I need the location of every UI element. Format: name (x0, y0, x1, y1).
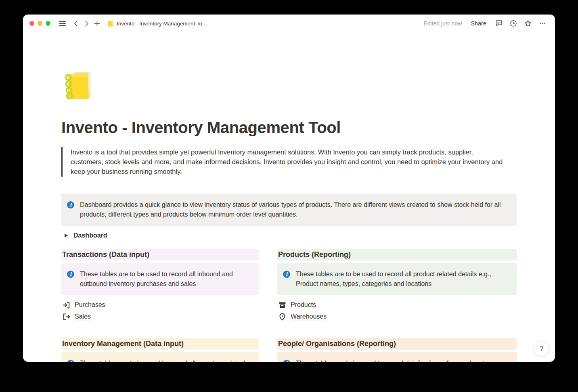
products-column: Products (Reporting) i These tables are … (277, 249, 517, 323)
dashboard-callout: i Dashboard provides a quick glance to v… (61, 194, 517, 226)
favorite-star-icon[interactable] (523, 18, 533, 29)
forward-icon[interactable] (81, 18, 92, 29)
tab-invento-page[interactable]: Invento - Inventory Management To... (107, 20, 207, 27)
products-link-label: Products (291, 301, 316, 309)
app-window: Invento - Inventory Management To... Edi… (23, 15, 555, 362)
sales-link-label: Sales (75, 313, 91, 321)
inventory-callout-text: These tables are to be used to record al… (80, 359, 252, 362)
tab-title: Invento - Inventory Management To... (117, 21, 207, 27)
intro-quote: Invento is a tool that provides simple y… (61, 147, 507, 177)
traffic-lights (29, 21, 50, 26)
people-callout-text: These tables are to be used to record de… (296, 359, 503, 362)
products-callout: i These tables are to be used to record … (277, 263, 517, 295)
products-heading: Products (Reporting) (277, 249, 517, 261)
enter-door-icon (62, 301, 71, 309)
close-window-button[interactable] (29, 21, 34, 26)
transactions-column: Transactions (Data input) i These tables… (61, 249, 259, 323)
toggle-triangle-icon[interactable] (65, 234, 68, 238)
new-tab-icon[interactable] (92, 18, 102, 29)
transactions-callout: i These tables are to be used to record … (61, 263, 259, 295)
exit-door-icon (62, 313, 71, 321)
page-icon-notebook-emoji[interactable] (61, 69, 94, 102)
info-icon: i (67, 271, 74, 278)
page-link-sales[interactable]: Sales (61, 311, 259, 323)
edited-status: Edited just now (423, 20, 462, 27)
info-icon: i (67, 201, 74, 209)
sidebar-menu-icon[interactable] (57, 18, 67, 29)
more-options-icon[interactable] (537, 18, 548, 29)
dashboard-toggle-label: Dashboard (73, 232, 107, 239)
purchases-link-label: Purchases (75, 301, 105, 309)
people-organisations-column: People/ Organisations (Reporting) i Thes… (277, 338, 517, 362)
inventory-management-heading: Inventory Management (Data input) (61, 338, 259, 350)
help-button[interactable]: ? (534, 341, 549, 356)
archive-box-icon (278, 301, 287, 309)
page-title: Invento - Inventory Management Tool (61, 119, 517, 137)
page-link-warehouses[interactable]: Warehouses (277, 311, 517, 323)
products-callout-text: These tables are to be used to record al… (296, 269, 510, 289)
page-link-products[interactable]: Products (277, 299, 517, 311)
transactions-heading: Transactions (Data input) (61, 249, 259, 261)
zoom-window-button[interactable] (46, 21, 50, 26)
people-organisations-heading: People/ Organisations (Reporting) (277, 338, 517, 350)
page-content: Invento - Inventory Management Tool Inve… (23, 69, 555, 362)
share-button[interactable]: Share (471, 20, 486, 27)
minimize-window-button[interactable] (38, 21, 42, 26)
people-organisations-callout: i These tables are to be used to record … (277, 352, 517, 362)
transactions-callout-text: These tables are to be used to record al… (80, 269, 252, 289)
info-icon: i (283, 360, 290, 362)
notebook-emoji-icon (107, 20, 114, 27)
page-link-purchases[interactable]: Purchases (61, 299, 259, 311)
history-clock-icon[interactable] (508, 18, 519, 29)
dashboard-callout-text: Dashboard provides a quick glance to vie… (80, 200, 510, 219)
inventory-management-column: Inventory Management (Data input) i Thes… (61, 338, 259, 362)
location-pin-icon (278, 313, 287, 321)
dashboard-toggle[interactable]: Dashboard (61, 230, 517, 241)
inventory-management-callout: i These tables are to be used to record … (61, 352, 259, 362)
titlebar: Invento - Inventory Management To... Edi… (23, 15, 555, 32)
comments-icon[interactable] (494, 18, 504, 29)
warehouses-link-label: Warehouses (291, 313, 327, 321)
info-icon: i (67, 360, 74, 362)
back-icon[interactable] (71, 18, 81, 29)
info-icon: i (283, 271, 290, 278)
